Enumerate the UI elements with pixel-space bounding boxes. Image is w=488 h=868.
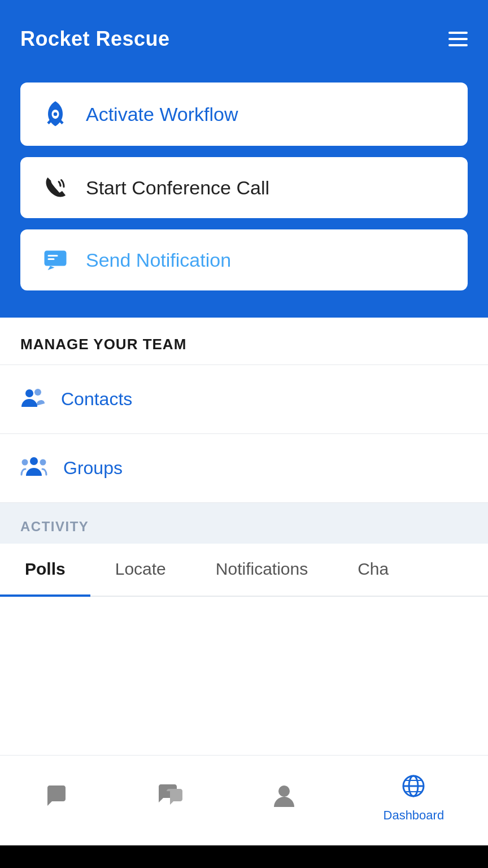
rocket-icon	[41, 99, 70, 129]
contacts-label: Contacts	[61, 389, 132, 410]
app-header: Rocket Rescue	[0, 0, 488, 71]
svg-rect-3	[48, 255, 58, 257]
svg-point-1	[54, 112, 58, 116]
system-bar	[0, 845, 488, 868]
nav-chat-group[interactable]	[143, 779, 198, 818]
nav-profile[interactable]	[259, 779, 309, 818]
manage-team-section: MANAGE YOUR TEAM Contacts Groups	[0, 318, 488, 503]
chat-notification-icon	[41, 246, 70, 274]
activity-section: ACTIVITY Polls Locate Notifications Cha	[0, 503, 488, 755]
tab-polls[interactable]: Polls	[0, 544, 90, 597]
tab-chat[interactable]: Cha	[333, 544, 413, 597]
app-title: Rocket Rescue	[20, 27, 170, 51]
contacts-icon	[20, 385, 45, 413]
activate-workflow-button[interactable]: Activate Workflow	[20, 83, 468, 146]
bottom-nav: Dashboard	[0, 755, 488, 845]
groups-item[interactable]: Groups	[0, 434, 488, 503]
menu-button[interactable]	[448, 32, 468, 46]
activity-content	[0, 597, 488, 755]
manage-team-title: MANAGE YOUR TEAM	[0, 318, 488, 364]
person-icon	[273, 783, 295, 813]
chat-group-icon	[156, 783, 185, 813]
tab-notifications[interactable]: Notifications	[191, 544, 333, 597]
send-notification-button[interactable]: Send Notification	[20, 229, 468, 290]
nav-dashboard[interactable]: Dashboard	[370, 769, 458, 827]
groups-icon	[20, 454, 47, 482]
svg-rect-2	[45, 251, 67, 266]
tab-locate[interactable]: Locate	[90, 544, 191, 597]
message-icon	[44, 783, 69, 813]
contacts-item[interactable]: Contacts	[0, 365, 488, 434]
phone-icon	[41, 174, 70, 201]
nav-message[interactable]	[30, 779, 82, 818]
action-cards-container: Activate Workflow Start Conference Call …	[0, 71, 488, 318]
send-notification-label: Send Notification	[86, 249, 231, 271]
groups-label: Groups	[63, 458, 123, 479]
svg-point-10	[278, 785, 290, 797]
activity-tabs: Polls Locate Notifications Cha	[0, 544, 488, 597]
svg-point-8	[22, 459, 28, 466]
globe-icon	[401, 774, 426, 804]
start-conference-call-button[interactable]: Start Conference Call	[20, 157, 468, 218]
dashboard-label: Dashboard	[384, 808, 445, 823]
svg-point-7	[30, 457, 38, 465]
svg-point-6	[34, 389, 41, 396]
svg-point-5	[25, 389, 33, 397]
svg-rect-4	[48, 258, 55, 260]
svg-point-9	[40, 459, 46, 466]
activity-title: ACTIVITY	[0, 503, 488, 544]
start-conference-label: Start Conference Call	[86, 177, 269, 199]
activate-workflow-label: Activate Workflow	[86, 103, 238, 125]
